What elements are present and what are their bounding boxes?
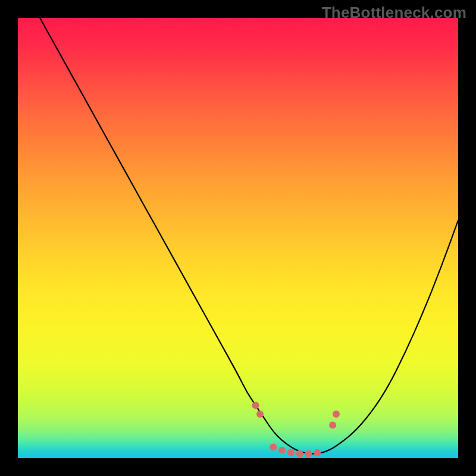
app-frame: TheBottleneck.com [0,0,476,476]
curve-marker [305,450,312,458]
curve-marker [329,422,336,429]
curve-marker [333,411,340,418]
watermark-label: TheBottleneck.com [322,4,466,22]
curve-marker [314,449,321,456]
chart-background [18,18,458,458]
curve-marker [287,449,295,456]
chart-svg [18,18,458,458]
curve-marker [296,450,303,458]
curve-marker [256,411,264,418]
curve-marker [278,447,286,454]
chart-area [18,18,458,458]
curve-marker [270,444,277,451]
curve-marker [252,402,259,409]
